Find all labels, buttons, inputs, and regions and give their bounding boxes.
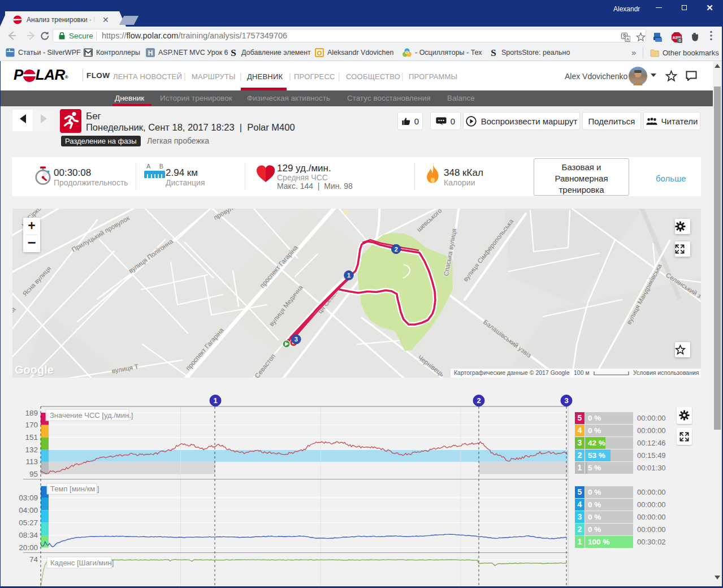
svg-text:2: 2 (395, 246, 398, 253)
svg-text:Каденс [Шаги/мин]: Каденс [Шаги/мин] (50, 559, 114, 567)
svg-text:03:09: 03:09 (19, 494, 38, 502)
svg-text:113: 113 (25, 457, 38, 466)
svg-text:05:27: 05:27 (19, 518, 38, 527)
svg-text:100 м: 100 м (574, 369, 590, 376)
svg-text:95: 95 (29, 470, 38, 478)
svg-text:74: 74 (29, 555, 38, 564)
svg-text:132: 132 (25, 446, 38, 454)
svg-text:O: O (317, 50, 322, 57)
svg-text:Google: Google (15, 364, 54, 376)
svg-text:1: 1 (347, 272, 350, 279)
svg-text:Картографические данные © 2017: Картографические данные © 2017 Google (454, 369, 570, 376)
svg-text:1: 1 (213, 396, 217, 405)
svg-text:6: 6 (678, 38, 681, 43)
svg-text:A: A (626, 37, 629, 42)
svg-text:151: 151 (25, 433, 38, 442)
svg-text:Условия использования: Условия использования (633, 369, 699, 376)
svg-text:20:00: 20:00 (19, 543, 38, 552)
svg-text:Значение ЧСС [уд./мин.]: Значение ЧСС [уд./мин.] (50, 411, 133, 420)
svg-text:S: S (491, 48, 496, 57)
svg-text:S: S (231, 48, 236, 57)
svg-text:5: 5 (406, 51, 408, 55)
svg-text:H: H (148, 49, 153, 57)
svg-text:Темп [мин/км ]: Темп [мин/км ] (50, 485, 99, 493)
svg-text:04:00: 04:00 (19, 506, 38, 514)
svg-text:3: 3 (564, 396, 568, 405)
svg-text:08:34: 08:34 (19, 531, 38, 539)
svg-text:2: 2 (477, 396, 480, 405)
svg-text:3: 3 (295, 336, 298, 343)
svg-text:170: 170 (25, 421, 38, 429)
svg-text:189: 189 (25, 409, 38, 417)
